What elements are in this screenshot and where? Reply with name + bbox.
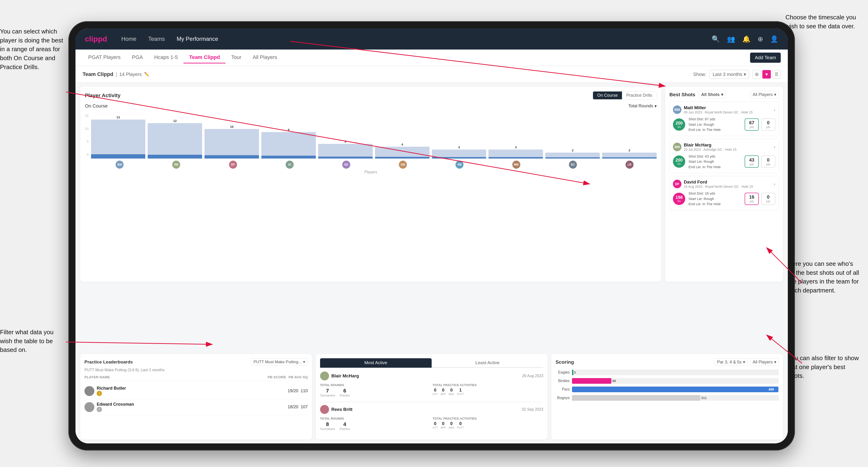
on-course-btn[interactable]: On Course <box>593 92 622 99</box>
user-avatar-icon[interactable]: 👤 <box>770 35 778 43</box>
best-shots-title: Best Shots All Shots ▾ <box>670 91 726 98</box>
blair-practice: 6 <box>340 388 350 394</box>
avatar-d-ford: DF <box>206 161 260 168</box>
on-course-label: On Course <box>85 103 108 109</box>
active-date-rees: 02 Sep 2023 <box>522 407 544 412</box>
tab-least-active[interactable]: Least Active <box>432 358 543 368</box>
active-avatar-blair <box>320 371 329 380</box>
practice-drills-btn[interactable]: Practice Drills <box>622 92 656 99</box>
active-name-blair: Blair McHarg <box>331 373 520 379</box>
scoring-label-eagles: Eagles <box>555 370 569 375</box>
prac-avatar-edward <box>85 402 94 412</box>
player-activity-card: Player Activity On Course Practice Drill… <box>80 87 661 282</box>
player-detail-david-ford: 24 Aug 2023 · Royal North Devon GC · Hol… <box>684 185 753 188</box>
yds-badge-matt-miller-1: 67 yds <box>745 118 759 131</box>
yds-badge-david-ford-2: 0 yds <box>761 193 775 205</box>
drill-selector-dropdown[interactable]: PUTT Must Make Putting... ▾ <box>251 358 308 366</box>
shot-yds-badges-blair-mcharg: 43 yds 0 yds <box>745 155 775 168</box>
nav-links: Home Teams My Performance <box>121 36 712 42</box>
chevron-down-icon: ▾ <box>774 360 776 365</box>
annotation-filter: Filter what data you wish the table to b… <box>0 328 66 354</box>
shot-chevron-david-ford[interactable]: › <box>774 181 775 187</box>
practice-leaderboard-card: Practice Leaderboards PUTT Must Make Put… <box>80 354 312 440</box>
all-players-dropdown[interactable]: All Players ▾ <box>750 91 779 98</box>
yds-badge-david-ford-1: 16 yds <box>745 193 759 205</box>
prac-score-edward-avg: 107 <box>301 404 308 409</box>
list-view-btn[interactable]: ☰ <box>772 70 781 79</box>
all-shots-dropdown[interactable]: All Shots ▾ <box>699 91 726 98</box>
bar-j-coles: 9 <box>261 128 316 158</box>
avatar-matt-miller: MM <box>673 105 681 114</box>
total-rounds-dropdown[interactable]: Total Rounds ▾ <box>628 103 657 109</box>
prac-score-edward-pb: 18/20 <box>288 404 299 409</box>
tablet-screen: clippd Home Teams My Performance 🔍 👥 🔔 ⊕… <box>75 28 788 443</box>
active-player-rees: Rees Britt 02 Sep 2023 Total Rounds 8 To… <box>320 405 544 431</box>
chart-avatars-row: BM RB DF JC EE GB RB MM EC LR <box>85 161 657 168</box>
shot-yds-badges-matt-miller: 67 yds 0 yds <box>745 118 775 131</box>
time-filter-dropdown[interactable]: Last 3 months ▾ <box>710 70 749 79</box>
avatar-blair-mcharg: BM <box>673 143 681 151</box>
player-detail-matt-miller: 09 Jun 2023 · Royal North Devon GC · Hol… <box>684 111 753 114</box>
top-nav: clippd Home Teams My Performance 🔍 👥 🔔 ⊕… <box>75 28 788 50</box>
avatar-j-coles: JC <box>262 161 317 168</box>
people-icon[interactable]: 👥 <box>727 35 735 43</box>
avatar-e-ebert: EE <box>319 161 373 168</box>
tab-most-active[interactable]: Most Active <box>320 358 432 368</box>
player-name-matt-miller: Matt Miller <box>684 105 753 111</box>
y-label-15: 15 <box>85 114 89 118</box>
nav-right: 🔍 👥 🔔 ⊕ 👤 <box>712 35 778 43</box>
prac-header: Practice Leaderboards PUTT Must Make Put… <box>85 358 308 366</box>
tab-team-clippd[interactable]: Team Clippd <box>184 52 225 63</box>
bar-b-mcharg: 13 <box>91 116 146 158</box>
content-area: Team Clippd | 14 Players ✏️ Show: Last 3… <box>75 66 788 443</box>
tab-pga[interactable]: PGA <box>126 52 148 63</box>
blair-tournament: 7 <box>320 388 335 394</box>
tab-hcaps[interactable]: Hcaps 1-5 <box>149 52 184 63</box>
tab-all-players[interactable]: All Players <box>247 52 283 63</box>
team-show-controls: Show: Last 3 months ▾ ⊞ ♥ ☰ <box>693 70 781 79</box>
tab-pgat-players[interactable]: PGAT Players <box>83 52 126 63</box>
search-icon[interactable]: 🔍 <box>712 35 720 43</box>
active-tabs: Most Active Least Active <box>320 358 544 368</box>
bar-e-ebert: 5 <box>318 140 373 158</box>
nav-link-teams[interactable]: Teams <box>148 36 165 42</box>
nav-link-myperformance[interactable]: My Performance <box>177 36 218 42</box>
edit-icon[interactable]: ✏️ <box>144 72 149 77</box>
scoring-label-bogeys: Bogeys <box>555 396 569 400</box>
team-header: Team Clippd | 14 Players ✏️ Show: Last 3… <box>75 66 788 83</box>
tab-tour[interactable]: Tour <box>225 52 247 63</box>
activity-title: Player Activity <box>85 92 121 99</box>
add-team-button[interactable]: Add Team <box>750 53 781 63</box>
shot-chevron-blair-mcharg[interactable]: › <box>774 144 775 150</box>
scoring-players-dropdown[interactable]: All Players ▾ <box>750 358 779 366</box>
nav-link-home[interactable]: Home <box>121 36 136 42</box>
scoring-track-bogeys: 311 <box>572 395 779 401</box>
yds-badge-matt-miller-2: 0 yds <box>761 118 775 131</box>
rank-badge-2: 2 <box>97 407 102 412</box>
avatar-e-crossman: EC <box>546 161 600 168</box>
grid-view-btn[interactable]: ⊞ <box>752 70 761 79</box>
bell-icon[interactable]: 🔔 <box>742 35 750 43</box>
heart-view-btn[interactable]: ♥ <box>762 70 771 79</box>
player-name-david-ford: David Ford <box>684 180 753 185</box>
shot-yds-badges-david-ford: 16 yds 0 yds <box>745 193 775 205</box>
most-active-card: Most Active Least Active Blair McHarg 26… <box>316 354 548 440</box>
scoring-par-dropdown[interactable]: Par 3, 4 & 5s ▾ <box>714 358 748 366</box>
active-avatar-rees <box>320 405 329 414</box>
annotation-best-shots: Here you can see who's hit the best shot… <box>788 259 861 295</box>
shot-card-blair-mcharg: BM Blair McHarg 23 Jul 2023 · Ashridge G… <box>670 139 779 173</box>
prac-table-header: PLAYER NAME PB SCORE PB AVG SQ <box>85 375 308 381</box>
active-divider <box>320 402 544 402</box>
prac-score-richard-avg: 110 <box>301 388 308 394</box>
prac-title: Practice Leaderboards <box>85 360 133 365</box>
activity-card-header: Player Activity On Course Practice Drill… <box>85 91 657 99</box>
activity-chart: 15 10 5 0 13 <box>85 112 657 173</box>
on-course-header: On Course Total Rounds ▾ <box>85 103 657 109</box>
bottom-grid: Practice Leaderboards PUTT Must Make Put… <box>75 354 788 443</box>
shot-card-david-ford: DF David Ford 24 Aug 2023 · Royal North … <box>670 176 779 210</box>
prac-row-edward-crossman: Edward Crossman 2 18/20 107 <box>85 399 308 415</box>
avatar-r-butler: RB <box>432 161 487 168</box>
avatar-r-britt: RB <box>149 161 203 168</box>
shot-chevron-matt-miller[interactable]: › <box>774 107 775 113</box>
plus-circle-icon[interactable]: ⊕ <box>757 35 763 43</box>
